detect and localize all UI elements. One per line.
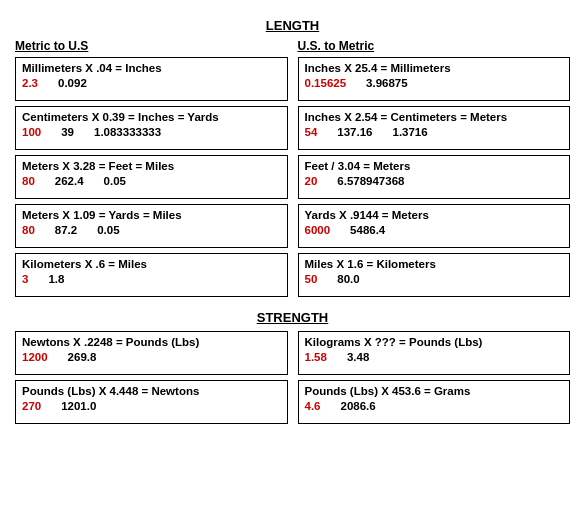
- value-black: 6.578947368: [337, 175, 404, 187]
- formula-line: Kilograms X ??? = Pounds (Lbs): [305, 336, 564, 348]
- values-line: 2.30.092: [22, 77, 281, 89]
- value-red: 2.3: [22, 77, 38, 89]
- value-black: 269.8: [68, 351, 97, 363]
- conversion-box: Feet / 3.04 = Meters206.578947368: [298, 155, 571, 199]
- formula-line: Meters X 3.28 = Feet = Miles: [22, 160, 281, 172]
- formula-line: Meters X 1.09 = Yards = Miles: [22, 209, 281, 221]
- value-red: 100: [22, 126, 41, 138]
- value-black: 1.8: [48, 273, 64, 285]
- section-length-title: LENGTH: [15, 18, 570, 33]
- formula-line: Centimeters X 0.39 = Inches = Yards: [22, 111, 281, 123]
- formula-line: Inches X 2.54 = Centimeters = Meters: [305, 111, 564, 123]
- formula-line: Newtons X .2248 = Pounds (Lbs): [22, 336, 281, 348]
- values-line: 206.578947368: [305, 175, 564, 187]
- conversion-box: Newtons X .2248 = Pounds (Lbs)1200269.8: [15, 331, 288, 375]
- conversion-box: Inches X 25.4 = Millimeters0.156253.9687…: [298, 57, 571, 101]
- value-black: 5486.4: [350, 224, 385, 236]
- conversion-box: Millimeters X .04 = Inches2.30.092: [15, 57, 288, 101]
- metric-to-us-title: Metric to U.S: [15, 39, 288, 53]
- formula-line: Pounds (Lbs) X 4.448 = Newtons: [22, 385, 281, 397]
- value-black: 0.092: [58, 77, 87, 89]
- conversion-box: Yards X .9144 = Meters60005486.4: [298, 204, 571, 248]
- value-red: 1.58: [305, 351, 327, 363]
- value-black2: 0.05: [97, 224, 119, 236]
- values-line: 1200269.8: [22, 351, 281, 363]
- value-red: 80: [22, 224, 35, 236]
- value-black: 2086.6: [341, 400, 376, 412]
- formula-line: Miles X 1.6 = Kilometers: [305, 258, 564, 270]
- value-black: 137.16: [337, 126, 372, 138]
- value-black: 39: [61, 126, 74, 138]
- values-line: 4.62086.6: [305, 400, 564, 412]
- value-red: 50: [305, 273, 318, 285]
- formula-line: Kilometers X .6 = Miles: [22, 258, 281, 270]
- value-black: 80.0: [337, 273, 359, 285]
- value-red: 270: [22, 400, 41, 412]
- value-black2: 0.05: [104, 175, 126, 187]
- value-black: 3.48: [347, 351, 369, 363]
- value-black2: 1.083333333: [94, 126, 161, 138]
- conversion-box: Centimeters X 0.39 = Inches = Yards10039…: [15, 106, 288, 150]
- value-black: 3.96875: [366, 77, 408, 89]
- value-black: 262.4: [55, 175, 84, 187]
- conversion-box: Pounds (Lbs) X 4.448 = Newtons2701201.0: [15, 380, 288, 424]
- value-red: 80: [22, 175, 35, 187]
- us-to-metric-title: U.S. to Metric: [298, 39, 571, 53]
- conversion-box: Meters X 1.09 = Yards = Miles8087.20.05: [15, 204, 288, 248]
- values-line: 60005486.4: [305, 224, 564, 236]
- formula-line: Feet / 3.04 = Meters: [305, 160, 564, 172]
- values-line: 31.8: [22, 273, 281, 285]
- conversion-box: Kilograms X ??? = Pounds (Lbs)1.583.48: [298, 331, 571, 375]
- section-strength-title: STRENGTH: [15, 310, 570, 325]
- value-black: 87.2: [55, 224, 77, 236]
- formula-line: Millimeters X .04 = Inches: [22, 62, 281, 74]
- formula-line: Inches X 25.4 = Millimeters: [305, 62, 564, 74]
- conversion-box: Kilometers X .6 = Miles31.8: [15, 253, 288, 297]
- value-red: 1200: [22, 351, 48, 363]
- values-line: 80262.40.05: [22, 175, 281, 187]
- values-line: 100391.083333333: [22, 126, 281, 138]
- value-red: 54: [305, 126, 318, 138]
- values-line: 8087.20.05: [22, 224, 281, 236]
- value-black: 1201.0: [61, 400, 96, 412]
- value-red: 6000: [305, 224, 331, 236]
- conversion-box: Miles X 1.6 = Kilometers5080.0: [298, 253, 571, 297]
- formula-line: Pounds (Lbs) X 453.6 = Grams: [305, 385, 564, 397]
- conversion-box: Pounds (Lbs) X 453.6 = Grams4.62086.6: [298, 380, 571, 424]
- formula-line: Yards X .9144 = Meters: [305, 209, 564, 221]
- value-red: 0.15625: [305, 77, 347, 89]
- values-line: 5080.0: [305, 273, 564, 285]
- values-line: 2701201.0: [22, 400, 281, 412]
- values-line: 1.583.48: [305, 351, 564, 363]
- value-red: 3: [22, 273, 28, 285]
- conversion-box: Meters X 3.28 = Feet = Miles80262.40.05: [15, 155, 288, 199]
- value-red: 20: [305, 175, 318, 187]
- values-line: 0.156253.96875: [305, 77, 564, 89]
- value-red: 4.6: [305, 400, 321, 412]
- value-black2: 1.3716: [392, 126, 427, 138]
- values-line: 54137.161.3716: [305, 126, 564, 138]
- conversion-box: Inches X 2.54 = Centimeters = Meters5413…: [298, 106, 571, 150]
